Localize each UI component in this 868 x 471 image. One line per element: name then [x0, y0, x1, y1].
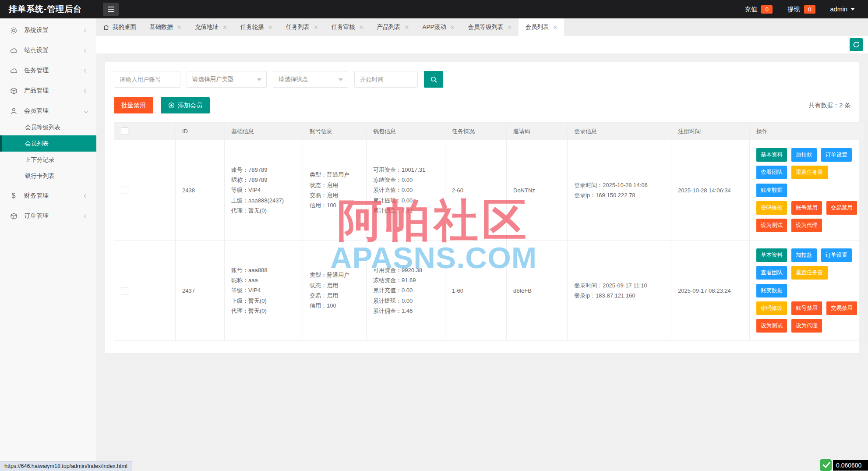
order-settings-button[interactable]: 订单设置: [821, 248, 852, 262]
extension-check-icon[interactable]: [820, 459, 832, 471]
reset-task-button[interactable]: 重置任务量: [791, 266, 828, 280]
refresh-button[interactable]: [850, 38, 863, 51]
view-team-button[interactable]: 查看团队: [756, 266, 787, 280]
start-time-input[interactable]: [354, 71, 418, 88]
col-invite-code: 邀请码: [507, 123, 568, 140]
admin-menu[interactable]: admin: [830, 6, 855, 13]
wallet-info-cell: 可用资金：9920.38 冻结资金：91.69 累计充值：0.00 累计提现：0…: [367, 241, 445, 341]
tab-task-review[interactable]: 任务审核✕: [325, 18, 370, 36]
tab-close-icon[interactable]: ✕: [507, 24, 512, 31]
cube-icon: [10, 87, 18, 95]
chevron-left-icon: [84, 214, 88, 218]
recharge-indicator[interactable]: 充值 0: [745, 5, 773, 14]
sidebar-item-member-management[interactable]: 会员管理: [0, 103, 96, 119]
performance-metric: 0.060600: [833, 460, 868, 471]
tab-task-list[interactable]: 任务列表✕: [279, 18, 325, 36]
tab-close-icon[interactable]: ✕: [268, 24, 273, 31]
recharge-count-badge: 0: [761, 5, 773, 14]
tab-close-icon[interactable]: ✕: [553, 24, 557, 31]
row-checkbox[interactable]: [121, 287, 128, 294]
sidebar-item-order-management[interactable]: 订单管理: [0, 208, 96, 224]
search-button[interactable]: [424, 71, 443, 88]
set-agent-button[interactable]: 设为代理: [791, 219, 822, 232]
tab-close-icon[interactable]: ✕: [222, 24, 227, 31]
operations-cell: 基本资料 加扣款 订单设置 查看团队 重置任务量 账变数据 密码修改 账号禁用 …: [750, 140, 864, 241]
tab-task-carousel[interactable]: 任务轮播✕: [234, 18, 279, 36]
col-task-status: 任务情况: [445, 123, 507, 140]
account-info-cell: 类型：普通用户 状态：启用 交易：启用 信用：100: [303, 140, 367, 241]
tab-close-icon[interactable]: ✕: [405, 24, 409, 31]
tab-recharge-address[interactable]: 充值地址✕: [188, 18, 234, 36]
disable-account-button[interactable]: 账号禁用: [791, 301, 822, 315]
withdraw-indicator[interactable]: 提现 0: [787, 5, 815, 14]
tab-my-desktop[interactable]: 我的桌面: [96, 18, 143, 36]
batch-disable-button[interactable]: 批量禁用: [114, 97, 153, 113]
user-type-select[interactable]: 请选择用户类型: [187, 71, 267, 88]
app-title: 排单系统-管理后台: [0, 4, 96, 15]
sidebar-item-task-management[interactable]: 任务管理: [0, 62, 96, 79]
chevron-left-icon: [84, 48, 88, 53]
basic-profile-button[interactable]: 基本资料: [756, 248, 787, 262]
tab-member-levels[interactable]: 会员等级列表✕: [461, 18, 519, 36]
member-id: 2438: [176, 140, 225, 241]
dollar-icon: $: [10, 192, 18, 200]
admin-username: admin: [830, 6, 848, 13]
select-all-checkbox[interactable]: [121, 127, 128, 135]
set-test-button[interactable]: 设为测试: [756, 319, 787, 333]
caret-down-icon: [339, 78, 343, 81]
cube-icon: [10, 212, 18, 220]
register-time-cell: 2025-10-28 14:06:34: [671, 140, 750, 241]
account-search-input[interactable]: [114, 71, 180, 88]
register-time-cell: 2025-09-17 08:23:24: [671, 241, 750, 341]
order-settings-button[interactable]: 订单设置: [821, 148, 852, 162]
sidebar-subitem-member-list[interactable]: 会员列表: [0, 135, 96, 152]
sidebar-subitem-member-levels[interactable]: 会员等级列表: [0, 119, 96, 135]
set-test-button[interactable]: 设为测试: [756, 219, 787, 232]
recharge-label: 充值: [745, 5, 757, 14]
login-info-cell: 登录时间：2025-10-28 14:06 登录ip：169.150.222.7…: [568, 140, 671, 241]
disable-trade-button[interactable]: 交易禁用: [826, 201, 857, 215]
withdraw-count-badge: 0: [804, 5, 815, 14]
reset-task-button[interactable]: 重置任务量: [791, 166, 828, 179]
sidebar-subitem-score-records[interactable]: 上下分记录: [0, 152, 96, 168]
operations-cell: 基本资料 加扣款 订单设置 查看团队 重置任务量 账变数据 密码修改 账号禁用 …: [750, 241, 864, 341]
total-count: 共有数据：2 条: [808, 102, 850, 110]
add-member-button[interactable]: 添加会员: [161, 97, 210, 113]
view-team-button[interactable]: 查看团队: [756, 166, 787, 179]
sidebar-item-system-settings[interactable]: 系统设置: [0, 22, 96, 39]
add-deduct-funds-button[interactable]: 加扣款: [791, 248, 817, 262]
refresh-icon: [853, 41, 860, 48]
disable-account-button[interactable]: 账号禁用: [791, 201, 822, 215]
basic-profile-button[interactable]: 基本资料: [756, 148, 787, 162]
tab-close-icon[interactable]: ✕: [177, 24, 182, 31]
plus-circle-icon: [168, 102, 175, 109]
balance-changes-button[interactable]: 账变数据: [756, 184, 787, 197]
disable-trade-button[interactable]: 交易禁用: [826, 301, 857, 315]
tab-close-icon[interactable]: ✕: [450, 24, 455, 31]
header-right: 充值 0 提现 0 admin: [730, 5, 868, 14]
chevron-left-icon: [84, 28, 88, 32]
balance-changes-button[interactable]: 账变数据: [756, 284, 787, 297]
change-password-button[interactable]: 密码修改: [756, 201, 787, 215]
menu-toggle-icon[interactable]: [103, 3, 119, 16]
sidebar-item-site-settings[interactable]: 站点设置: [0, 42, 96, 59]
sidebar-item-finance-management[interactable]: $ 财务管理: [0, 188, 96, 204]
tab-member-list[interactable]: 会员列表✕: [519, 18, 564, 36]
status-select[interactable]: 请选择状态: [273, 71, 348, 88]
set-agent-button[interactable]: 设为代理: [791, 319, 822, 333]
col-account-info: 账号信息: [303, 123, 367, 140]
tab-basic-data[interactable]: 基础数据✕: [143, 18, 188, 36]
wallet-info-cell: 可用资金：10017.31 冻结资金：0.00 累计充值：0.00 累计提现：0…: [367, 140, 445, 241]
row-checkbox[interactable]: [121, 187, 128, 194]
sidebar-item-product-management[interactable]: 产品管理: [0, 82, 96, 99]
tab-close-icon[interactable]: ✕: [359, 24, 364, 31]
tab-close-icon[interactable]: ✕: [314, 24, 318, 31]
withdraw-label: 提现: [787, 5, 800, 14]
sidebar-subitem-bank-cards[interactable]: 银行卡列表: [0, 168, 96, 184]
tab-product-list[interactable]: 产品列表✕: [370, 18, 416, 36]
member-id: 2437: [176, 241, 225, 341]
table-header-row: ID 基础信息 账号信息 钱包信息 任务情况 邀请码 登录信息 注册时间 操作: [114, 123, 864, 140]
add-deduct-funds-button[interactable]: 加扣款: [791, 148, 817, 162]
tab-app-scroll[interactable]: APP滚动✕: [416, 18, 461, 36]
change-password-button[interactable]: 密码修改: [756, 301, 787, 315]
